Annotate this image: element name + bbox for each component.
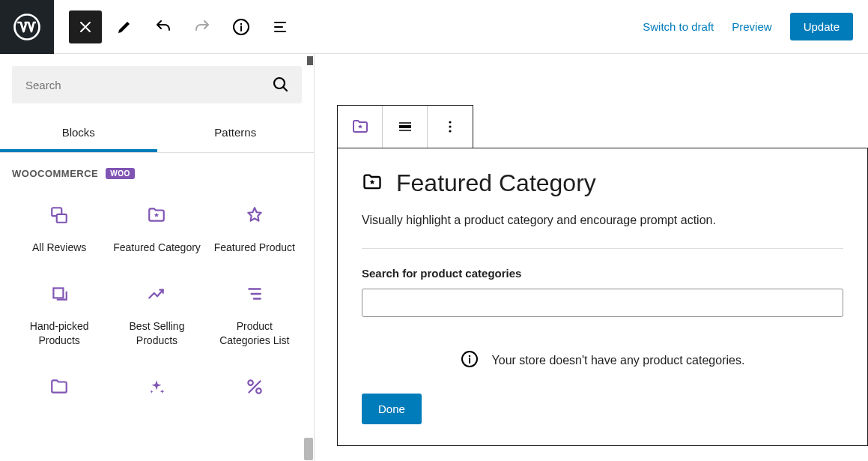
search-input[interactable]	[12, 79, 302, 91]
redo-button[interactable]	[186, 10, 219, 43]
svg-rect-9	[399, 125, 411, 128]
block-label: All Reviews	[32, 241, 86, 255]
editor-canvas: Shop Featured Category	[315, 54, 868, 461]
block-toolbar	[337, 105, 473, 148]
block-item-7[interactable]	[12, 369, 106, 420]
outline-button[interactable]	[264, 10, 297, 43]
trending-icon	[146, 283, 167, 304]
panel-description: Visually highlight a product category an…	[362, 214, 843, 227]
list-icon	[244, 283, 265, 304]
block-item-8[interactable]	[109, 369, 204, 420]
stack-icon	[49, 283, 70, 304]
svg-point-10	[449, 121, 451, 123]
svg-rect-5	[57, 214, 67, 223]
block-label: Product Categories List	[210, 319, 299, 348]
block-label: Featured Product	[214, 241, 295, 255]
align-button[interactable]	[383, 106, 428, 148]
panel-title: Featured Category	[396, 169, 596, 197]
block-best-selling-products[interactable]: Best Selling Products	[109, 276, 204, 355]
empty-state-message: Your store doesn't have any product cate…	[492, 354, 745, 367]
tab-patterns[interactable]: Patterns	[157, 115, 315, 152]
divider	[362, 248, 843, 249]
update-button[interactable]: Update	[790, 13, 853, 40]
folder-star-icon	[362, 172, 383, 196]
inserter-tabs: Blocks Patterns	[0, 115, 314, 153]
reviews-icon	[49, 205, 70, 226]
search-categories-label: Search for product categories	[362, 267, 843, 280]
category-title: WOOCOMMERCE	[12, 168, 98, 179]
close-inserter-button[interactable]	[69, 10, 102, 43]
block-label: Featured Category	[113, 241, 201, 255]
block-label: Best Selling Products	[112, 319, 201, 348]
block-label: Hand-picked Products	[15, 319, 103, 348]
block-all-reviews[interactable]: All Reviews	[12, 197, 106, 262]
svg-point-2	[240, 22, 242, 24]
featured-category-block-panel: Featured Category Visually highlight a p…	[337, 148, 868, 446]
block-product-categories-list[interactable]: Product Categories List	[207, 276, 302, 355]
percent-icon	[244, 376, 265, 397]
wordpress-logo[interactable]	[0, 0, 54, 54]
switch-to-draft-link[interactable]: Switch to draft	[643, 20, 714, 33]
svg-point-8	[256, 388, 261, 394]
svg-rect-6	[54, 288, 64, 298]
scrollbar-thumb[interactable]	[304, 438, 313, 460]
top-toolbar: Switch to draft Preview Update	[0, 0, 868, 54]
star-icon	[244, 205, 265, 226]
search-field-wrap	[12, 66, 302, 103]
info-button[interactable]	[225, 10, 258, 43]
block-item-9[interactable]	[207, 369, 302, 420]
block-type-button[interactable]	[338, 106, 383, 148]
block-featured-product[interactable]: Featured Product	[207, 197, 302, 262]
block-inserter-panel: Blocks Patterns WOOCOMMERCE WOO All Revi…	[0, 54, 315, 461]
more-options-button[interactable]	[428, 106, 473, 148]
block-featured-category[interactable]: Featured Category	[109, 197, 204, 262]
preview-link[interactable]: Preview	[732, 20, 771, 33]
edit-tool-button[interactable]	[108, 10, 141, 43]
folder-icon	[49, 376, 70, 397]
search-icon	[272, 76, 290, 94]
undo-button[interactable]	[147, 10, 180, 43]
svg-point-0	[15, 14, 40, 39]
info-icon	[461, 350, 479, 371]
svg-point-7	[248, 380, 253, 385]
scrollbar-thumb[interactable]	[307, 56, 313, 65]
block-hand-picked-products[interactable]: Hand-picked Products	[12, 276, 106, 355]
woo-badge: WOO	[106, 168, 135, 179]
svg-point-14	[468, 355, 470, 357]
folder-star-icon	[146, 205, 167, 226]
done-button[interactable]: Done	[362, 394, 422, 424]
tab-blocks[interactable]: Blocks	[0, 115, 157, 152]
search-categories-input[interactable]	[362, 289, 843, 317]
svg-point-12	[449, 130, 451, 132]
sparkle-icon	[146, 376, 167, 397]
svg-point-11	[449, 125, 451, 127]
